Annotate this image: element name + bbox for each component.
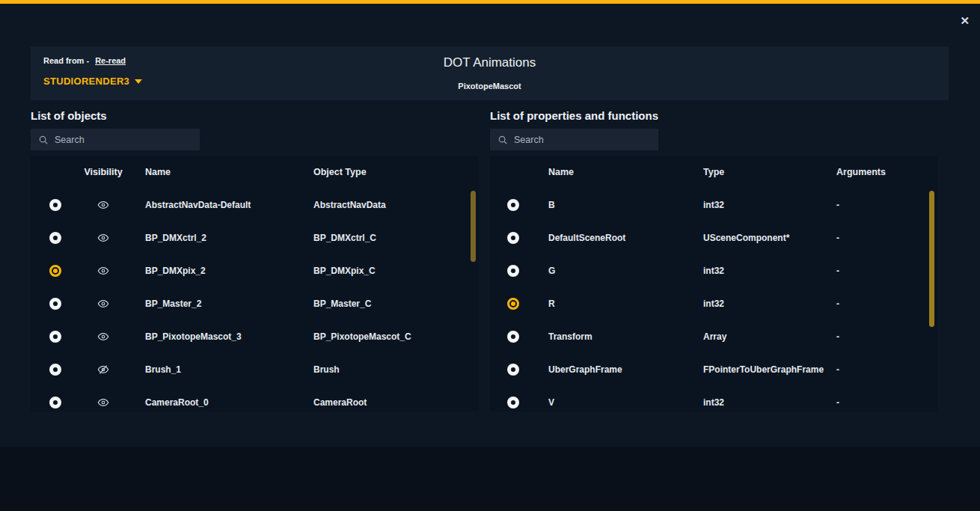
object-name: CameraRoot_0: [126, 397, 313, 408]
property-type: int32: [703, 266, 836, 276]
eye-icon[interactable]: [97, 199, 109, 211]
radio-button[interactable]: [49, 331, 61, 343]
object-name: BP_DMXctrl_2: [126, 233, 313, 243]
table-row[interactable]: BP_PixotopeMascot_3 BP_PixotopeMascot_C: [31, 320, 479, 353]
radio-button[interactable]: [49, 397, 61, 409]
object-type: Brush: [313, 364, 479, 375]
eye-icon[interactable]: [97, 397, 109, 409]
object-type: BP_Master_C: [313, 299, 479, 309]
property-arguments: -: [836, 331, 937, 342]
table-row[interactable]: UberGraphFrame FPointerToUberGraphFrame …: [490, 353, 937, 386]
radio-button[interactable]: [507, 232, 519, 244]
window-accent-bar: [0, 0, 980, 4]
objects-table-body: AbstractNavData-Default AbstractNavData …: [31, 189, 479, 411]
radio-button[interactable]: [507, 331, 519, 343]
radio-button[interactable]: [49, 232, 61, 244]
dialog-header: Read from - Re-read STUDIORENDER3 DOT An…: [31, 46, 949, 100]
object-name: BP_PixotopeMascot_3: [126, 331, 313, 342]
column-header-visibility: Visibility: [80, 167, 126, 177]
column-header-name: Name: [536, 167, 703, 177]
properties-table-body: B int32 - DefaultSceneRoot USceneCompone…: [490, 189, 937, 411]
property-arguments: -: [836, 299, 937, 309]
radio-button[interactable]: [49, 298, 61, 310]
radio-button[interactable]: [507, 364, 519, 376]
object-type: BP_DMXctrl_C: [313, 233, 479, 243]
radio-button[interactable]: [507, 298, 519, 310]
property-name: UberGraphFrame: [536, 364, 703, 375]
property-name: B: [536, 200, 703, 210]
property-arguments: -: [836, 233, 937, 243]
properties-table: Name Type Arguments B int32 - DefaultSce…: [490, 156, 937, 411]
property-type: int32: [703, 200, 836, 210]
radio-button[interactable]: [49, 199, 61, 211]
search-icon: [38, 135, 49, 145]
close-icon[interactable]: ✕: [960, 15, 970, 26]
table-row[interactable]: BP_DMXctrl_2 BP_DMXctrl_C: [31, 221, 479, 254]
properties-search-box: [490, 129, 658, 150]
scrollbar-thumb[interactable]: [471, 191, 476, 262]
table-row[interactable]: R int32 -: [490, 287, 937, 320]
object-name: BP_DMXpix_2: [126, 266, 313, 276]
eye-icon[interactable]: [97, 331, 109, 343]
objects-panel-heading: List of objects: [31, 109, 107, 122]
objects-search-box: [31, 129, 200, 150]
radio-button[interactable]: [507, 265, 519, 277]
properties-panel-heading: List of properties and functions: [490, 109, 658, 122]
table-row[interactable]: G int32 -: [490, 254, 937, 287]
radio-button[interactable]: [507, 199, 519, 211]
object-type: CameraRoot: [313, 397, 479, 408]
table-row[interactable]: B int32 -: [490, 189, 937, 221]
table-row[interactable]: DefaultSceneRoot USceneComponent* -: [490, 221, 937, 254]
table-row[interactable]: BP_DMXpix_2 BP_DMXpix_C: [31, 254, 479, 287]
search-icon: [497, 135, 508, 145]
eye-icon[interactable]: [97, 298, 109, 310]
objects-table-header: Visibility Name Object Type: [31, 156, 479, 189]
properties-search-input[interactable]: [514, 135, 641, 145]
dialog-title: DOT Animations: [31, 55, 949, 70]
property-name: R: [536, 299, 703, 309]
eye-off-icon[interactable]: [97, 364, 109, 376]
scrollbar-thumb[interactable]: [929, 191, 934, 327]
eye-icon[interactable]: [97, 265, 109, 277]
objects-table: Visibility Name Object Type AbstractNavD…: [31, 156, 479, 411]
table-row[interactable]: V int32 -: [490, 386, 937, 411]
dialog-footer: Cancel Select: [0, 447, 980, 511]
column-header-object-type: Object Type: [313, 167, 479, 177]
property-type: Array: [703, 331, 836, 342]
column-header-arguments: Arguments: [836, 167, 937, 177]
table-row[interactable]: CameraRoot_0 CameraRoot: [31, 386, 479, 411]
property-arguments: -: [836, 364, 937, 375]
properties-table-header: Name Type Arguments: [490, 156, 937, 189]
property-arguments: -: [836, 266, 937, 276]
property-name: G: [536, 266, 703, 276]
property-type: int32: [703, 397, 836, 408]
property-type: FPointerToUberGraphFrame: [703, 364, 836, 375]
dialog-subtitle: PixotopeMascot: [31, 82, 949, 91]
radio-button[interactable]: [507, 397, 519, 409]
object-name: AbstractNavData-Default: [126, 200, 313, 210]
column-header-type: Type: [703, 167, 836, 177]
table-row[interactable]: Transform Array -: [490, 320, 937, 353]
property-type: int32: [703, 299, 836, 309]
property-name: DefaultSceneRoot: [536, 233, 703, 243]
property-arguments: -: [836, 397, 937, 408]
radio-button[interactable]: [49, 265, 61, 277]
object-name: Brush_1: [126, 364, 313, 375]
property-name: V: [536, 397, 703, 408]
object-type: BP_DMXpix_C: [313, 266, 479, 276]
eye-icon[interactable]: [97, 232, 109, 244]
object-type: AbstractNavData: [313, 200, 479, 210]
radio-button[interactable]: [49, 364, 61, 376]
table-row[interactable]: AbstractNavData-Default AbstractNavData: [31, 189, 479, 221]
property-name: Transform: [536, 331, 703, 342]
objects-search-input[interactable]: [55, 135, 182, 145]
table-row[interactable]: Brush_1 Brush: [31, 353, 479, 386]
property-arguments: -: [836, 200, 937, 210]
table-row[interactable]: BP_Master_2 BP_Master_C: [31, 287, 479, 320]
property-type: USceneComponent*: [703, 233, 836, 243]
column-header-name: Name: [126, 167, 313, 177]
object-name: BP_Master_2: [126, 299, 313, 309]
object-type: BP_PixotopeMascot_C: [313, 331, 479, 342]
